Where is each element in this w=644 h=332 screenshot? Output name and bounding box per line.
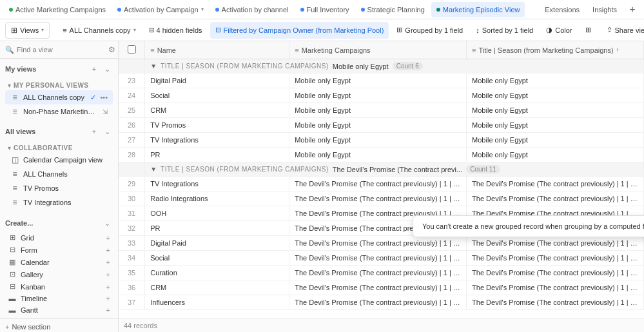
group-button[interactable]: ⊞ Grouped by 1 field — [391, 22, 468, 39]
grid-icon: ≡ — [10, 198, 19, 207]
more-icon[interactable]: ••• — [100, 93, 108, 101]
table-row[interactable]: 28 PR Mobile only Egypt Mobile only Egyp… — [119, 148, 644, 162]
row-num: 27 — [119, 133, 145, 148]
sidebar-item-label: ALL Channels — [23, 170, 108, 178]
add-tab-button[interactable]: + — [625, 2, 640, 17]
table-row[interactable]: 27 TV Integrations Mobile only Egypt Mob… — [119, 133, 644, 148]
row-num: 26 — [119, 118, 145, 133]
main-area: 🔍 ⚙ My views + ⌄ ▾ My personal views ≡ A — [0, 41, 644, 332]
group-subtitle: Mobile only Egypt — [333, 63, 389, 70]
row-num: 28 — [119, 148, 145, 162]
chevron-icon: ▾ — [8, 144, 11, 151]
create-kanban[interactable]: ⊟ Kanban + — [5, 280, 113, 293]
tab-full-inventory[interactable]: Full Inventory — [295, 2, 355, 17]
row-marketing-campaigns: The Devil's Promise (The contract previo… — [289, 266, 467, 280]
create-gantt[interactable]: ▬ Gantt + — [5, 304, 113, 316]
sidebar-item-tv-promos[interactable]: ≡ TV Promos — [5, 181, 113, 195]
grid-icon: ≡ — [10, 184, 19, 193]
create-item-label: Kanban — [21, 283, 45, 291]
new-section-button[interactable]: + New section — [0, 318, 118, 332]
row-name: Curation — [145, 266, 289, 280]
col-icon: ≡ — [295, 46, 298, 54]
search-input[interactable] — [17, 46, 106, 54]
row-title-season: Mobile only Egypt — [467, 73, 644, 88]
row-num: 34 — [119, 251, 145, 266]
row-num: 29 — [119, 177, 145, 191]
col-marketing-campaigns[interactable]: ≡ Marketing Campaigns — [289, 41, 467, 59]
gallery-icon: ⊡ — [8, 270, 17, 278]
row-title-season: Mobile only Egypt — [467, 133, 644, 148]
content-area: ≡ Name ≡ Marketing Campaigns — [119, 41, 644, 332]
sidebar-item-non-phase-marketing[interactable]: ≡ Non-Phase Marketing C... ⇲ — [5, 104, 113, 119]
col-checkbox[interactable] — [119, 41, 145, 59]
personal-views-title: My personal views — [14, 82, 88, 89]
create-chevron-button[interactable]: ⌄ — [101, 217, 113, 229]
all-channels-icon: ≡ — [63, 26, 66, 34]
sidebar-item-all-channels[interactable]: ≡ ALL Channels — [5, 167, 113, 181]
filter-button[interactable]: ⊟ Filtered by Campaign Owner (from Marke… — [210, 22, 389, 39]
tab-marketing-episodic-view[interactable]: Marketing Episodic View — [431, 2, 525, 17]
table-row[interactable]: 25 CRM Mobile only Egypt Mobile only Egy… — [119, 103, 644, 118]
add-icon: + — [106, 295, 110, 302]
collapse-views-button[interactable]: ⌄ — [101, 63, 113, 75]
row-name: Social — [145, 251, 289, 266]
tab-activation-by-channel[interactable]: Activation by channel — [210, 2, 294, 17]
sidebar-item-tv-integrations[interactable]: ≡ TV Integrations — [5, 195, 113, 210]
collapse-all-views-button[interactable]: ⌄ — [101, 126, 113, 137]
tooltip-text: You can't create a new grouped record wh… — [422, 222, 644, 230]
select-all-checkbox[interactable] — [128, 45, 136, 54]
row-marketing-campaigns: The Devil's Promise (The contract previo… — [289, 251, 467, 266]
table-row[interactable]: 35 Curation The Devil's Promise (The con… — [119, 266, 644, 280]
col-icon: ≡ — [472, 46, 476, 54]
group-icon: ⊞ — [396, 26, 402, 34]
view-type-icon: ⊞ — [585, 26, 591, 34]
col-name[interactable]: ≡ Name — [145, 41, 289, 59]
table-row[interactable]: 34 Social The Devil's Promise (The contr… — [119, 251, 644, 266]
insights-button[interactable]: Insights — [587, 2, 622, 17]
table-row[interactable]: 24 Social Mobile only Egypt Mobile only … — [119, 88, 644, 103]
plus-icon: + — [5, 323, 9, 331]
group-toggle-icon[interactable]: ▼ — [150, 166, 157, 173]
group-toggle-icon[interactable]: ▼ — [150, 63, 157, 70]
tab-activation-by-campaign[interactable]: Activation by Campaign ▾ — [112, 2, 209, 17]
tab-active-marketing[interactable]: Active Marketing Campaigns — [4, 2, 111, 17]
sidebar: 🔍 ⚙ My views + ⌄ ▾ My personal views ≡ A — [0, 41, 119, 332]
create-calendar[interactable]: ▦ Calendar + — [5, 256, 113, 268]
tab-label: Full Inventory — [307, 6, 349, 14]
settings-icon[interactable]: ⚙ — [108, 45, 115, 54]
insights-label: Insights — [592, 6, 617, 14]
table-row[interactable]: 29 TV Integrations The Devil's Promise (… — [119, 177, 644, 191]
collaborative-views-title: Collaborative — [14, 144, 73, 151]
table-row[interactable]: 36 CRM The Devil's Promise (The contract… — [119, 280, 644, 295]
share-view-button[interactable]: ⇪ Share view — [601, 22, 644, 39]
hidden-fields-button[interactable]: ⊟ 4 hidden fields — [144, 22, 208, 39]
table-row[interactable]: 37 Influencers The Devil's Promise (The … — [119, 295, 644, 310]
add-all-views-button[interactable]: + — [88, 126, 100, 137]
color-button[interactable]: ◑ Color — [541, 22, 577, 39]
views-button[interactable]: ⊞ Views ▾ — [5, 22, 50, 39]
extensions-button[interactable]: Extensions — [540, 2, 585, 17]
sidebar-item-label: TV Promos — [23, 184, 108, 192]
tab-strategic-planning[interactable]: Strategic Planning — [356, 2, 430, 17]
all-channels-button[interactable]: ≡ ALL Channels copy ▾ — [57, 22, 141, 39]
view-type-button[interactable]: ⊞ — [580, 22, 596, 39]
create-grid[interactable]: ⊞ Grid + — [5, 231, 113, 244]
sidebar-item-calendar-campaign-view[interactable]: ◫ Calendar Campaign view — [5, 153, 113, 167]
table-row[interactable]: 30 Radio Integrations The Devil's Promis… — [119, 191, 644, 206]
table-row[interactable]: 33 Digital Paid The Devil's Promise (The… — [119, 236, 644, 251]
sort-button[interactable]: ↕ Sorted by 1 field — [471, 22, 538, 39]
col-title-season[interactable]: ≡ Title | Season (from Marketing Campaig… — [467, 41, 644, 59]
create-form[interactable]: ⊟ Form + — [5, 244, 113, 256]
table-wrapper[interactable]: ≡ Name ≡ Marketing Campaigns — [119, 41, 644, 318]
search-icon: 🔍 — [5, 46, 14, 54]
share-icon: ⇪ — [607, 26, 612, 34]
table-row[interactable]: 23 Digital Paid Mobile only Egypt Mobile… — [119, 73, 644, 88]
create-timeline[interactable]: ▬ Timeline + — [5, 293, 113, 304]
table-row[interactable]: 26 TV Promos Mobile only Egypt Mobile on… — [119, 118, 644, 133]
tab-label: Marketing Episodic View — [443, 6, 520, 14]
sidebar-item-all-channels-copy[interactable]: ≡ ALL Channels copy ✓ ••• — [5, 90, 113, 104]
row-marketing-campaigns: The Devil's Promise (The contract previo… — [289, 236, 467, 251]
add-view-button[interactable]: + — [88, 63, 100, 75]
create-gallery[interactable]: ⊡ Gallery + — [5, 268, 113, 280]
row-title-season: The Devil's Promise (The contract previo… — [467, 280, 644, 295]
